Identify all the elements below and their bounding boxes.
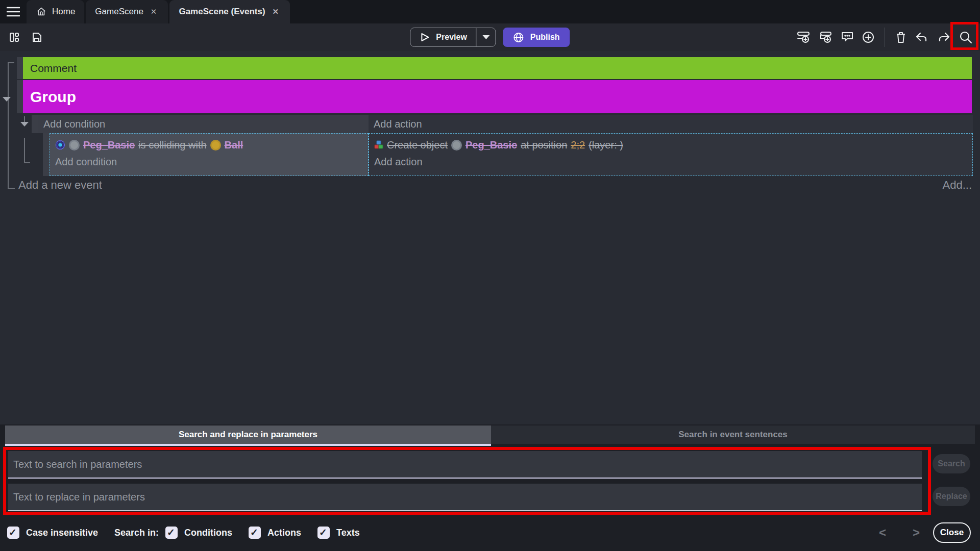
replace-input[interactable] [8, 484, 922, 511]
layout-panels-icon[interactable] [8, 31, 20, 43]
search-input[interactable] [8, 451, 922, 479]
group-title: Group [30, 88, 76, 106]
chevron-down-icon [482, 35, 489, 39]
tree-line [8, 188, 15, 189]
hamburger-menu-icon[interactable] [0, 0, 27, 23]
texts-label: Texts [336, 528, 360, 538]
add-subevent-icon[interactable] [819, 31, 833, 44]
subevent-conditions-cell[interactable]: Peg_Basic is colliding with Ball Add con… [50, 133, 369, 176]
previous-result-icon[interactable]: < [879, 525, 886, 540]
tab-label: GameScene (Events) [179, 7, 265, 17]
action-text3: (layer: ) [589, 139, 623, 151]
close-button[interactable]: Close [933, 522, 971, 543]
undo-icon[interactable] [915, 31, 929, 44]
preview-label: Preview [436, 33, 467, 42]
drag-handle[interactable] [17, 80, 23, 113]
add-condition-link[interactable]: Add condition [50, 152, 368, 168]
object-icon-peg-basic [69, 140, 80, 151]
search-icon[interactable] [959, 30, 973, 44]
play-icon [420, 32, 430, 42]
events-sheet: Comment Group Add condition Add action P… [0, 51, 980, 424]
toolbar-divider [885, 28, 885, 47]
delete-icon[interactable] [895, 31, 907, 44]
publish-label: Publish [530, 33, 560, 42]
group-event[interactable]: Group [23, 80, 972, 113]
actions-checkbox[interactable] [249, 527, 261, 539]
add-comment-icon[interactable] [841, 31, 854, 44]
tree-line [24, 138, 25, 163]
tab-home[interactable]: Home [27, 0, 84, 23]
search-options-row: Case insensitive Search in: Conditions A… [7, 521, 360, 544]
action-text2: at position [521, 139, 567, 151]
tab-label: GameScene [95, 7, 143, 17]
search-in-label: Search in: [114, 528, 159, 538]
comment-event[interactable]: Comment [23, 57, 972, 79]
tree-line [8, 62, 9, 189]
drag-handle[interactable] [43, 133, 50, 176]
drag-handle[interactable] [17, 57, 23, 79]
home-icon [36, 6, 47, 17]
tab-gamescene[interactable]: GameScene ✕ [86, 0, 168, 23]
close-icon[interactable]: ✕ [271, 6, 281, 17]
add-condition-link[interactable]: Add condition [38, 115, 369, 133]
tab-search-event-sentences[interactable]: Search in event sentences [491, 425, 975, 444]
comment-text: Comment [30, 62, 77, 74]
condition-sentence[interactable]: Peg_Basic is colliding with Ball [50, 134, 368, 152]
add-event-icon[interactable] [797, 31, 811, 44]
save-icon[interactable] [31, 31, 43, 43]
condition-object2: Ball [225, 139, 243, 151]
conditions-label: Conditions [184, 528, 232, 538]
search-panel: Search and replace in parameters Search … [0, 424, 980, 551]
preview-button-group: Preview [410, 28, 496, 47]
publish-button[interactable]: Publish [503, 28, 570, 47]
conditions-checkbox[interactable] [165, 527, 178, 539]
redo-icon[interactable] [937, 31, 951, 44]
active-tab-indicator [5, 444, 491, 446]
globe-icon [513, 32, 524, 43]
close-icon[interactable]: ✕ [149, 6, 159, 17]
action-value: 2;2 [571, 139, 585, 151]
case-insensitive-label: Case insensitive [26, 528, 98, 538]
texts-checkbox[interactable] [317, 527, 330, 539]
action-object: Peg_Basic [465, 139, 517, 151]
next-result-icon[interactable]: > [913, 525, 920, 540]
add-event-button[interactable]: Add... [943, 179, 972, 192]
tab-gamescene-events[interactable]: GameScene (Events) ✕ [169, 0, 290, 23]
circle-plus-icon[interactable] [862, 31, 875, 44]
tab-bar: Home GameScene ✕ GameScene (Events) ✕ [0, 0, 980, 23]
create-object-icon [374, 140, 383, 149]
case-insensitive-checkbox[interactable] [7, 527, 19, 539]
search-button[interactable]: Search [933, 454, 970, 473]
action-sentence[interactable]: Create object Peg_Basic at position 2;2 … [369, 134, 972, 152]
tab-label: Home [52, 7, 75, 17]
tree-line [24, 162, 30, 163]
replace-button[interactable]: Replace [933, 487, 970, 506]
object-icon-ball [210, 140, 221, 151]
collision-icon [55, 140, 65, 150]
group-collapse-icon[interactable] [3, 97, 11, 102]
add-new-event-link[interactable]: Add a new event [18, 179, 102, 192]
preview-options-button[interactable] [476, 28, 496, 46]
add-action-link[interactable]: Add action [369, 115, 973, 133]
action-text1: Create object [387, 139, 448, 151]
events-toolbar: Preview Publish [0, 23, 980, 51]
drag-handle[interactable] [32, 115, 38, 133]
event-collapse-icon[interactable] [20, 122, 29, 127]
object-icon-peg-basic [451, 140, 462, 151]
subevent-actions-cell[interactable]: Create object Peg_Basic at position 2;2 … [369, 133, 973, 176]
add-action-link[interactable]: Add action [369, 152, 972, 168]
condition-text: is colliding with [138, 139, 206, 151]
actions-label: Actions [267, 528, 301, 538]
condition-object1: Peg_Basic [83, 139, 135, 151]
tree-line [8, 62, 14, 63]
tab-search-replace-parameters[interactable]: Search and replace in parameters [5, 425, 491, 444]
preview-button[interactable]: Preview [410, 28, 476, 46]
